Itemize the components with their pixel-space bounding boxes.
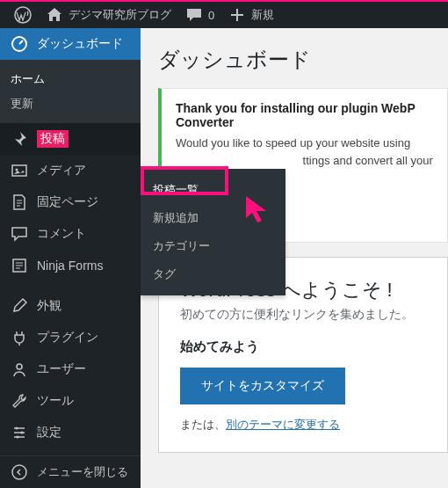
dashboard-subgroup: ホーム 更新: [0, 60, 141, 123]
wp-logo[interactable]: [7, 6, 39, 24]
svg-point-8: [17, 436, 19, 439]
sidebar-item-plugins[interactable]: プラグイン: [0, 322, 141, 353]
new-label: 新規: [251, 7, 274, 23]
page-title: ダッシュボード: [158, 46, 448, 74]
sidebar-label: ツール: [37, 393, 74, 409]
plus-icon: [228, 6, 246, 24]
annotation-cursor-icon: [242, 192, 277, 227]
sidebar-label: ユーザー: [37, 361, 86, 377]
sidebar-label: 固定ページ: [37, 194, 98, 210]
or-line: または、別のテーマに変更する: [180, 417, 426, 433]
comment-icon: [185, 6, 203, 24]
collapse-label: メニューを閉じる: [37, 464, 128, 480]
brush-icon: [11, 297, 28, 315]
sidebar-item-pages[interactable]: 固定ページ: [0, 186, 141, 218]
sidebar-item-media[interactable]: メディア: [0, 155, 141, 186]
flyout-categories[interactable]: カテゴリー: [141, 232, 285, 260]
comments-link[interactable]: 0: [178, 6, 221, 24]
sidebar-item-dashboard[interactable]: ダッシュボード: [0, 28, 141, 60]
sidebar-item-users[interactable]: ユーザー: [0, 353, 141, 385]
sidebar-item-posts[interactable]: 投稿: [0, 123, 141, 155]
flyout-tags[interactable]: タグ: [141, 260, 285, 288]
change-theme-link[interactable]: 別のテーマに変更する: [226, 418, 340, 431]
sidebar-label: 設定: [37, 425, 61, 441]
svg-rect-2: [12, 165, 26, 176]
admin-sidebar: ダッシュボード ホーム 更新 投稿 メディア 固定ページ コメント Ninja …: [0, 28, 141, 488]
user-icon: [11, 361, 28, 378]
sidebar-item-ninja-forms[interactable]: Ninja Forms: [0, 250, 141, 281]
sidebar-label: プラグイン: [37, 330, 98, 346]
page-icon: [11, 193, 28, 211]
sidebar-collapse[interactable]: メニューを閉じる: [0, 455, 141, 488]
wrench-icon: [11, 392, 28, 410]
pin-icon: [11, 130, 28, 148]
sidebar-label: 外観: [37, 298, 61, 314]
customize-site-button[interactable]: サイトをカスタマイズ: [180, 368, 345, 404]
sliders-icon: [11, 424, 28, 441]
site-name-link[interactable]: デジマ研究所ブログ: [39, 6, 178, 24]
comments-count: 0: [208, 9, 214, 22]
sidebar-sub-home[interactable]: ホーム: [0, 67, 141, 91]
sidebar-label: メディア: [37, 163, 86, 178]
plugin-icon: [11, 329, 28, 346]
sidebar-label: コメント: [37, 226, 86, 242]
wordpress-icon: [14, 6, 32, 24]
media-icon: [11, 162, 28, 179]
sidebar-item-appearance[interactable]: 外観: [0, 290, 141, 322]
sidebar-label: ダッシュボード: [37, 36, 123, 52]
admin-topbar: デジマ研究所ブログ 0 新規: [0, 0, 448, 28]
form-icon: [11, 257, 28, 274]
svg-point-5: [17, 364, 22, 369]
sidebar-sub-updates[interactable]: 更新: [0, 91, 141, 116]
sidebar-item-comments[interactable]: コメント: [0, 218, 141, 250]
collapse-icon: [11, 463, 28, 481]
welcome-start-heading: 始めてみよう: [180, 339, 426, 355]
dashboard-icon: [11, 35, 28, 53]
notice-title: Thank you for installing our plugin WebP…: [176, 101, 433, 129]
sidebar-label: Ninja Forms: [37, 259, 103, 273]
welcome-subtitle: 初めての方に便利なリンクを集めました。: [180, 307, 426, 323]
svg-point-9: [12, 465, 26, 479]
site-name-text: デジマ研究所ブログ: [69, 7, 171, 23]
new-link[interactable]: 新規: [221, 6, 281, 24]
comment-icon: [11, 225, 28, 243]
sidebar-item-tools[interactable]: ツール: [0, 385, 141, 417]
svg-point-6: [16, 427, 18, 430]
home-icon: [46, 6, 63, 24]
sidebar-label: 投稿: [37, 130, 69, 148]
posts-flyout: 投稿一覧 新規追加 カテゴリー タグ: [141, 169, 285, 295]
svg-point-7: [21, 432, 24, 434]
sidebar-item-settings[interactable]: 設定: [0, 417, 141, 448]
